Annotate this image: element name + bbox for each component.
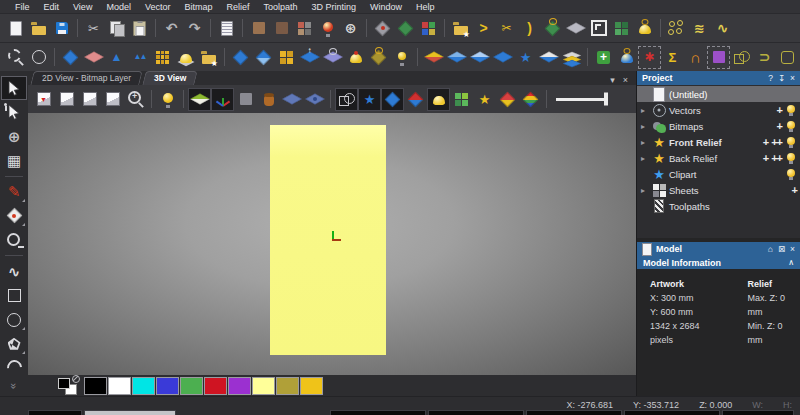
menu-file[interactable]: File bbox=[8, 2, 37, 12]
rectangle-tool[interactable] bbox=[2, 284, 26, 306]
emboss-outline-icon[interactable]: ∩ bbox=[685, 47, 706, 68]
menu-vector[interactable]: Vector bbox=[138, 2, 178, 12]
vector-library-icon[interactable]: ★ bbox=[450, 18, 471, 39]
status-input-field[interactable] bbox=[28, 410, 82, 415]
save-icon[interactable] bbox=[51, 18, 72, 39]
color-swatch-blue[interactable] bbox=[156, 377, 179, 395]
two-rail-sweep-icon[interactable]: ▲▲ bbox=[129, 47, 150, 68]
diamond-blue-icon[interactable] bbox=[382, 89, 403, 110]
diamond-rainbow-icon[interactable] bbox=[520, 89, 541, 110]
zoom-in-icon[interactable]: + bbox=[125, 89, 146, 110]
status-input-field[interactable] bbox=[722, 410, 794, 415]
color-swatch-red[interactable] bbox=[204, 377, 227, 395]
extrude-relief-icon[interactable]: ▲ bbox=[106, 47, 127, 68]
erase-relief-icon[interactable] bbox=[368, 47, 389, 68]
view-iso3-cube-icon[interactable] bbox=[102, 89, 123, 110]
node-path-icon[interactable]: ∿ bbox=[712, 18, 733, 39]
add-front-relief-layer-button[interactable]: ++ bbox=[771, 137, 782, 148]
model-panel-header[interactable]: Model ⌂ ⊠ × bbox=[637, 242, 800, 256]
pin-panel-icon[interactable]: ↧ bbox=[778, 73, 785, 83]
weave-wizard-icon[interactable] bbox=[152, 47, 173, 68]
paste-icon[interactable] bbox=[129, 18, 150, 39]
wave-relief-icon[interactable] bbox=[469, 47, 490, 68]
zoom-objects-icon[interactable] bbox=[5, 47, 26, 68]
vector-trim-icon[interactable]: ✂ bbox=[496, 18, 517, 39]
shape-overlap-icon[interactable] bbox=[731, 47, 752, 68]
undo-icon[interactable]: ↶ bbox=[161, 18, 182, 39]
model-size-icon[interactable] bbox=[248, 18, 269, 39]
add-back-relief-layer-button[interactable]: ++ bbox=[771, 153, 782, 164]
ribbon-relief-icon[interactable] bbox=[83, 47, 104, 68]
orbit-sphere-icon[interactable] bbox=[28, 47, 49, 68]
expander-icon[interactable]: ▸ bbox=[641, 138, 649, 147]
subtract-relief-icon[interactable] bbox=[253, 47, 274, 68]
redo-icon[interactable]: ↷ bbox=[184, 18, 205, 39]
add-vectors-button[interactable]: + bbox=[777, 105, 782, 116]
tree-item-back-relief[interactable]: ▸★Back Relief+++ bbox=[637, 150, 800, 166]
open-profile-icon[interactable]: ⊃ bbox=[754, 47, 775, 68]
vector-curve-icon[interactable]: ) bbox=[519, 18, 540, 39]
texture-relief-icon[interactable] bbox=[276, 47, 297, 68]
machine-relief-icon[interactable] bbox=[304, 89, 325, 110]
select-tool[interactable] bbox=[2, 77, 26, 99]
color-swatch-olive[interactable] bbox=[276, 377, 299, 395]
cut-icon[interactable]: ✂ bbox=[83, 18, 104, 39]
lightbox-icon[interactable] bbox=[271, 18, 292, 39]
close-model-panel-icon[interactable]: × bbox=[790, 244, 795, 254]
star-feature-icon[interactable]: ★ bbox=[515, 47, 536, 68]
close-panel-icon[interactable]: × bbox=[790, 73, 795, 83]
raise-relief-icon[interactable]: ↑ bbox=[299, 47, 320, 68]
star-vector-icon[interactable]: ★ bbox=[359, 89, 380, 110]
color-swatch-black[interactable] bbox=[84, 377, 107, 395]
spiral-tool-icon[interactable] bbox=[588, 18, 609, 39]
add-sheets-button[interactable]: + bbox=[792, 185, 797, 196]
relief-library-icon[interactable]: ★ bbox=[198, 47, 219, 68]
notes-icon[interactable] bbox=[216, 18, 237, 39]
status-input-field[interactable] bbox=[428, 410, 524, 415]
add-back-relief-button[interactable]: + bbox=[763, 153, 768, 164]
array-copy-icon[interactable]: ≋ bbox=[689, 18, 710, 39]
home-icon[interactable]: ⌂ bbox=[768, 244, 773, 254]
light-intensity-slider[interactable] bbox=[552, 89, 610, 110]
dock-icon[interactable]: ⊠ bbox=[778, 244, 785, 254]
help-button[interactable]: ? bbox=[768, 73, 773, 83]
collapse-toolbar-icon[interactable]: » bbox=[8, 383, 20, 389]
menu-edit[interactable]: Edit bbox=[37, 2, 67, 12]
status-input-field[interactable] bbox=[84, 410, 176, 415]
menu-help[interactable]: Help bbox=[409, 2, 442, 12]
relief-knob-icon[interactable] bbox=[391, 47, 412, 68]
transform-tool[interactable]: ⊕ bbox=[2, 125, 26, 147]
relief-preview-icon[interactable] bbox=[565, 18, 586, 39]
menu-window[interactable]: Window bbox=[363, 2, 409, 12]
add-front-relief-button[interactable]: + bbox=[763, 137, 768, 148]
relief-view-icon[interactable] bbox=[281, 89, 302, 110]
block-model-icon[interactable] bbox=[235, 89, 256, 110]
blob-model-icon[interactable] bbox=[616, 47, 637, 68]
flood-fill-icon[interactable] bbox=[372, 18, 393, 39]
texture-blocks-icon[interactable] bbox=[611, 18, 632, 39]
add-relief-icon[interactable] bbox=[230, 47, 251, 68]
toggle-bitmaps-visibility[interactable] bbox=[785, 119, 797, 134]
plate-relief-icon[interactable] bbox=[492, 47, 513, 68]
color-swatch-white[interactable] bbox=[108, 377, 131, 395]
new-model-icon[interactable] bbox=[5, 18, 26, 39]
primary-secondary-color-selector[interactable] bbox=[56, 377, 80, 395]
expander-icon[interactable]: ▸ bbox=[641, 186, 649, 195]
expander-icon[interactable]: ▸ bbox=[641, 122, 649, 131]
menu-relief[interactable]: Relief bbox=[219, 2, 256, 12]
view-iso1-cube-icon[interactable] bbox=[56, 89, 77, 110]
paste-region-icon[interactable] bbox=[708, 47, 729, 68]
layer-stack-icon[interactable] bbox=[561, 47, 582, 68]
polyline-tool[interactable]: ∿ bbox=[2, 260, 26, 282]
color-swatch-green[interactable] bbox=[180, 377, 203, 395]
tab-2d-view-bitmap-layer[interactable]: 2D View - Bitmap Layer bbox=[30, 71, 143, 85]
profile-sum-icon[interactable]: Σ bbox=[662, 47, 683, 68]
menu-toolpath[interactable]: Toolpath bbox=[256, 2, 304, 12]
clipart-shapes-icon[interactable] bbox=[451, 89, 472, 110]
status-input-field[interactable] bbox=[526, 410, 622, 415]
collapse-section-icon[interactable]: ∧ bbox=[788, 258, 794, 267]
relief-diamond-icon[interactable] bbox=[60, 47, 81, 68]
color-reduce-icon[interactable] bbox=[395, 18, 416, 39]
menu-bitmap[interactable]: Bitmap bbox=[177, 2, 219, 12]
tree-item-clipart[interactable]: ★Clipart bbox=[637, 166, 800, 182]
